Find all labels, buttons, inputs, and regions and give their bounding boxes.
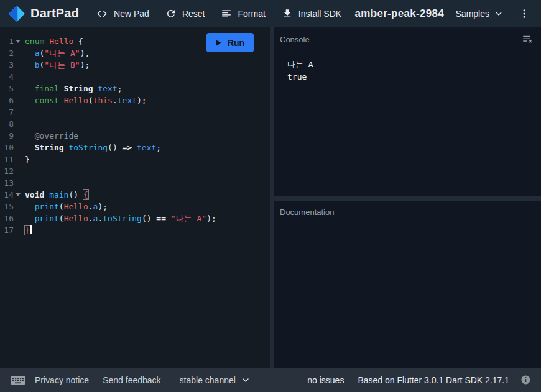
info-icon[interactable] [520,375,531,385]
line-number: 1 [0,35,14,47]
code-line[interactable]: 13 [0,177,270,189]
footer-bar: Privacy notice Send feedback stable chan… [0,368,541,392]
line-number: 3 [0,59,14,71]
code-line[interactable]: 6 const Hello(this.text); [0,94,270,106]
gutter: 16 [0,212,22,224]
fold-gutter-space [14,130,22,142]
send-feedback-link[interactable]: Send feedback [103,375,160,385]
fold-gutter-space [14,83,22,94]
line-number: 14 [0,189,14,201]
channel-dropdown[interactable]: stable channel [180,375,251,385]
line-number: 12 [0,165,14,177]
new-pad-button[interactable]: New Pad [88,0,157,27]
reset-label: Reset [182,9,205,19]
code-line[interactable]: 8 [0,118,270,130]
code-line[interactable]: 17} [0,224,270,236]
line-number: 13 [0,177,14,189]
code-line-text[interactable]: b("나는 B"); [22,59,90,71]
code-editor-pane[interactable]: 1enum Hello {2 a("나는 A"),3 b("나는 B");45 … [0,27,270,368]
code-line[interactable]: 15 print(Hello.a); [0,201,270,212]
code-line[interactable]: 10 String toString() => text; [0,142,270,153]
gutter: 12 [0,165,22,177]
fold-gutter-space [14,94,22,106]
refresh-icon [165,8,177,19]
code-line[interactable]: 12 [0,165,270,177]
fold-gutter-space [14,71,22,83]
code-line-text[interactable]: enum Hello { [22,35,83,47]
new-pad-label: New Pad [114,9,149,19]
code-line-text[interactable]: const Hello(this.text); [22,94,147,106]
code-line[interactable]: 7 [0,106,270,118]
console-title: Console [280,35,310,44]
documentation-title: Documentation [280,207,334,217]
line-number: 8 [0,118,14,130]
install-sdk-button[interactable]: Install SDK [274,0,349,27]
code-line-text[interactable]: a("나는 A"), [22,47,90,59]
code-line-text[interactable]: void main() { [22,189,88,201]
code-line[interactable]: 9 @override [0,130,270,142]
code-line[interactable]: 3 b("나는 B"); [0,59,270,71]
code-line-text[interactable]: String toString() => text; [22,142,161,153]
code-line-text[interactable] [22,177,25,189]
format-button[interactable]: Format [213,0,273,27]
issues-status: no issues [307,375,344,385]
format-align-icon [221,8,232,19]
code-icon [96,7,108,20]
code-line[interactable]: 5 final String text; [0,83,270,94]
gutter: 1 [0,35,22,47]
console-line: 나는 A [287,58,541,71]
main-area: 1enum Hello {2 a("나는 A"),3 b("나는 B");45 … [0,27,541,368]
reset-button[interactable]: Reset [157,0,213,27]
keyboard-icon [10,373,26,387]
gutter: 5 [0,83,22,94]
fold-gutter-space [14,201,22,212]
code-line[interactable]: 11} [0,153,270,165]
code-line-text[interactable] [22,165,25,177]
keyboard-shortcuts-button[interactable] [10,373,26,387]
gutter: 14 [0,189,22,201]
install-sdk-label: Install SDK [298,9,341,19]
code-line-text[interactable] [22,71,25,83]
line-number: 11 [0,153,14,165]
line-number: 5 [0,83,14,94]
documentation-header: Documentation [274,201,541,221]
gutter: 3 [0,59,22,71]
privacy-notice-link[interactable]: Privacy notice [35,375,89,385]
fold-gutter-space [14,142,22,153]
code-line-text[interactable]: print(Hello.a); [22,201,108,212]
gutter: 6 [0,94,22,106]
chevron-down-icon [494,9,504,19]
console-panel: Console 나는 Atrue [274,27,541,196]
gutter: 7 [0,106,22,118]
overflow-menu-button[interactable] [516,7,532,20]
code-line-text[interactable]: print(Hello.a.toString() == "나는 A"); [22,212,216,224]
line-number: 15 [0,201,14,212]
dartpad-app: DartPad New Pad Reset [0,0,541,392]
horizontal-splitter[interactable] [274,196,541,201]
line-number: 4 [0,71,14,83]
gutter: 17 [0,224,22,236]
code-line-text[interactable]: @override [22,130,78,142]
run-label: Run [228,38,244,48]
code-line-text[interactable]: } [22,224,32,236]
code-line[interactable]: 16 print(Hello.a.toString() == "나는 A"); [0,212,270,224]
run-button[interactable]: Run [206,33,254,52]
fold-arrow-icon[interactable] [14,35,22,47]
code-line[interactable]: 14void main() { [0,189,270,201]
fold-arrow-icon[interactable] [14,189,22,201]
samples-dropdown[interactable]: Samples [450,9,510,19]
right-column: Console 나는 Atrue Documentation [274,27,541,368]
clear-console-icon[interactable] [522,34,535,45]
fold-gutter-space [14,106,22,118]
code-line-text[interactable]: final String text; [22,83,123,94]
code-line-text[interactable]: } [22,153,30,165]
code-area[interactable]: 1enum Hello {2 a("나는 A"),3 b("나는 B");45 … [0,35,270,236]
gutter: 9 [0,130,22,142]
code-line-text[interactable] [22,118,25,130]
fold-gutter-space [14,212,22,224]
code-line[interactable]: 4 [0,71,270,83]
gutter: 15 [0,201,22,212]
code-line-text[interactable] [22,106,25,118]
console-output: 나는 Atrue [274,48,541,83]
app-title: DartPad [30,6,79,21]
